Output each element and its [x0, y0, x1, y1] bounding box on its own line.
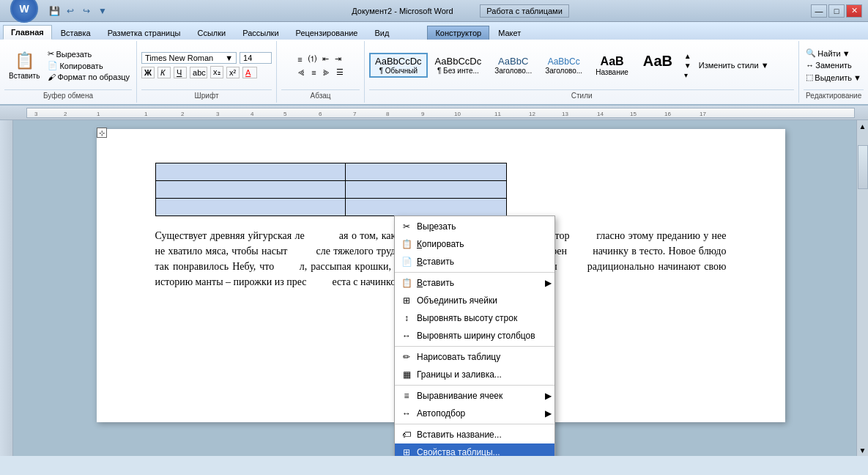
- ctx-cut[interactable]: ✂ Вырезать: [395, 218, 554, 235]
- ctx-autofit[interactable]: ↔ Автоподбор ▶: [395, 405, 554, 422]
- paste-button[interactable]: 📋 Вставить: [4, 50, 44, 81]
- ctx-cut-label: Вырезать: [417, 221, 456, 232]
- style-nospace[interactable]: AaBbCcDc ¶ Без инте...: [429, 53, 488, 78]
- replace-icon: ↔: [806, 61, 814, 70]
- replace-button[interactable]: ↔ Заменить: [804, 60, 853, 70]
- styles-scroll-up[interactable]: ▲: [684, 52, 691, 60]
- ribbon-tabs: Главная Вставка Разметка страницы Ссылки…: [0, 22, 868, 40]
- align-justify-button[interactable]: ☰: [334, 67, 346, 78]
- table-cell[interactable]: [345, 181, 506, 199]
- ctx-caption-icon: 🏷: [401, 429, 412, 441]
- superscript-button[interactable]: x²: [226, 67, 240, 78]
- page-scroll[interactable]: ⊹ Существует древняя уйгурская леге: [13, 120, 868, 456]
- subscript-button[interactable]: x₂: [210, 66, 223, 78]
- find-dropdown: ▼: [842, 49, 850, 58]
- ctx-insert[interactable]: 📋 Вставить ▶: [395, 274, 554, 292]
- office-button[interactable]: W: [10, 0, 38, 23]
- bold-button[interactable]: Ж: [141, 67, 155, 78]
- save-quick-btn[interactable]: 💾: [47, 4, 62, 18]
- ctx-paste[interactable]: 📄 Вставить: [395, 253, 554, 270]
- close-button[interactable]: ✕: [846, 4, 862, 18]
- minimize-button[interactable]: —: [811, 4, 827, 18]
- ctx-colwidth[interactable]: ↔ Выровнять ширину столбцов: [395, 327, 554, 345]
- find-button[interactable]: 🔍 Найти ▼: [804, 48, 852, 59]
- change-styles-button[interactable]: Изменить стили ▼: [699, 61, 769, 70]
- ctx-merge[interactable]: ⊞ Объединить ячейки: [395, 292, 554, 309]
- ctx-copy[interactable]: 📋 Копировать: [395, 235, 554, 253]
- clipboard-content: 📋 Вставить ✂ Вырезать 📄 Копировать 🖌 Фор…: [4, 43, 132, 88]
- table-cell[interactable]: [345, 163, 506, 181]
- undo-quick-btn[interactable]: ↩: [63, 4, 78, 18]
- tab-constructor[interactable]: Конструктор: [427, 26, 489, 40]
- window-controls: — □ ✕: [811, 4, 862, 18]
- tab-references[interactable]: Ссылки: [189, 26, 234, 40]
- vertical-scrollbar[interactable]: ▲ ▼: [856, 120, 868, 456]
- work-tables-badge: Работа с таблицами: [480, 4, 568, 18]
- ribbon-group-styles: AaBbCcDc ¶ Обычный AaBbCcDc ¶ Без инте..…: [365, 41, 799, 103]
- font-name-selector[interactable]: Times New Roman ▼: [141, 52, 237, 64]
- ctx-tableprops[interactable]: ⊞ Свойства таблицы...: [395, 443, 554, 456]
- ctx-tableprops-icon: ⊞: [401, 446, 412, 456]
- copy-label: Копировать: [59, 62, 103, 70]
- ctx-rowheight-icon: ↕: [401, 312, 412, 324]
- ctx-paste-label: Вставить: [417, 257, 454, 267]
- tab-pagelayout[interactable]: Разметка страницы: [100, 26, 189, 40]
- tab-view[interactable]: Вид: [367, 26, 398, 40]
- tab-home[interactable]: Главная: [3, 25, 52, 40]
- table-handle[interactable]: ⊹: [97, 128, 107, 138]
- table-cell[interactable]: [155, 181, 345, 199]
- tab-review[interactable]: Рецензирование: [288, 26, 366, 40]
- style-heading2[interactable]: AaBbCc Заголово...: [539, 54, 588, 78]
- style-title[interactable]: АаВ Название: [590, 52, 634, 79]
- format-painter-button[interactable]: 🖌 Формат по образцу: [45, 72, 132, 82]
- select-button[interactable]: ⬚ Выделить ▼: [804, 72, 864, 83]
- maximize-button[interactable]: □: [828, 4, 845, 18]
- ribbon-group-paragraph: ≡ ⑴ ⇤ ⇥ ⫷ ≡ ⫸ ☰ Абзац: [277, 41, 365, 103]
- scroll-thumb[interactable]: [858, 145, 868, 189]
- ctx-rowheight[interactable]: ↕ Выровнять высоту строк: [395, 309, 554, 327]
- font-size-selector[interactable]: 14: [240, 52, 272, 64]
- align-right-button[interactable]: ⫸: [320, 67, 333, 78]
- tab-layout[interactable]: Макет: [490, 26, 529, 40]
- tab-mailings[interactable]: Рассылки: [234, 26, 286, 40]
- ruler: 3 2 1 1 2 3 4 5 6 7 8 9 10 11 12 13 14 1…: [0, 106, 868, 120]
- list-bullets-button[interactable]: ≡: [295, 53, 304, 65]
- redo-quick-btn[interactable]: ↪: [79, 4, 94, 18]
- underline-button[interactable]: Ч: [174, 67, 187, 78]
- strikethrough-button[interactable]: abc: [190, 67, 207, 78]
- ctx-align[interactable]: ≡ Выравнивание ячеек ▶: [395, 387, 554, 405]
- ruler-inner: 3 2 1 1 2 3 4 5 6 7 8 9 10 11 12 13 14 1…: [26, 108, 855, 118]
- style-normal[interactable]: AaBbCcDc ¶ Обычный: [369, 53, 428, 78]
- more-quick-btn[interactable]: ▼: [95, 4, 110, 18]
- scroll-down-button[interactable]: ▼: [857, 444, 868, 456]
- copy-button[interactable]: 📄 Копировать: [45, 60, 132, 71]
- scroll-up-button[interactable]: ▲: [857, 120, 868, 132]
- list-numbers-button[interactable]: ⑴: [306, 53, 319, 65]
- table-cell[interactable]: [345, 199, 506, 216]
- indent-decrease-button[interactable]: ⇤: [320, 53, 331, 65]
- table-cell[interactable]: [155, 199, 345, 216]
- cut-button[interactable]: ✂ Вырезать: [45, 48, 132, 59]
- italic-button[interactable]: К: [157, 67, 171, 78]
- ctx-caption[interactable]: 🏷 Вставить название...: [395, 426, 554, 443]
- style-extra[interactable]: АаВ: [636, 50, 680, 81]
- table-cell[interactable]: [155, 163, 345, 181]
- indent-increase-button[interactable]: ⇥: [333, 53, 344, 65]
- copy-icon: 📄: [48, 61, 58, 70]
- context-menu: ✂ Вырезать 📋 Копировать 📄 Вставить 📋 Вст…: [394, 216, 555, 456]
- align-left-button[interactable]: ⫷: [295, 67, 308, 78]
- align-center-button[interactable]: ≡: [309, 67, 318, 78]
- ctx-align-icon: ≡: [401, 390, 412, 402]
- document-table[interactable]: [155, 163, 507, 216]
- ctx-borders[interactable]: ▦ Границы и заливка...: [395, 366, 554, 383]
- ctx-insert-icon: 📋: [401, 277, 412, 289]
- font-color-button[interactable]: А: [242, 67, 257, 78]
- styles-more[interactable]: ▾: [684, 71, 691, 79]
- ctx-sep4: [395, 424, 554, 424]
- ctx-draw[interactable]: ✏ Нарисовать таблицу: [395, 348, 554, 366]
- styles-scroll-down[interactable]: ▼: [684, 62, 691, 70]
- tab-insert[interactable]: Вставка: [53, 26, 99, 40]
- style-heading1[interactable]: AaBbC Заголово...: [489, 53, 538, 78]
- title-bar: W 💾 ↩ ↪ ▼ Документ2 - Microsoft Word Раб…: [0, 0, 868, 22]
- ctx-colwidth-label: Выровнять ширину столбцов: [417, 331, 535, 341]
